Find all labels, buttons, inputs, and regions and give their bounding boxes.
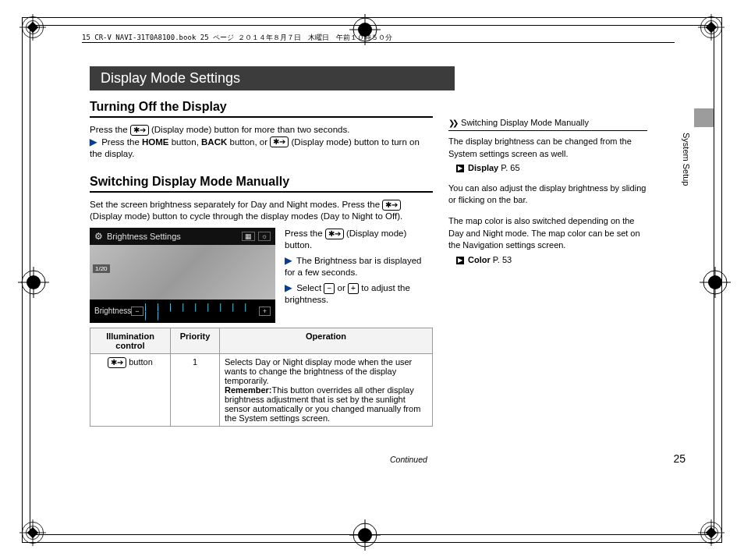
date-badge: 1/20 bbox=[93, 264, 110, 273]
link-page: P. 65 bbox=[501, 163, 519, 172]
chevron-icon: ❯❯ bbox=[448, 119, 456, 127]
link-icon: ▶ bbox=[456, 257, 464, 264]
brightness-bar: Brightness − | | | | | | | | | | | + bbox=[90, 299, 275, 323]
bullet-icon: ▶ bbox=[90, 137, 97, 147]
steps: Press the ✱➔ (Display mode) button. ▶ Th… bbox=[285, 228, 433, 307]
svg-rect-4 bbox=[27, 22, 38, 33]
sidebar-title: ❯❯ Switching Display Mode Manually bbox=[448, 117, 647, 131]
text: button, or bbox=[230, 137, 271, 147]
display-mode-icon: ✱➔ bbox=[108, 357, 126, 368]
text: Press the bbox=[90, 125, 130, 134]
display-mode-icon: ✱➔ bbox=[130, 125, 149, 136]
gear-icon: ⚙ bbox=[94, 231, 103, 242]
text: or bbox=[338, 283, 348, 292]
text: (Display mode) button to cycle through t… bbox=[90, 211, 402, 221]
step-b: ▶ The Brightness bar is displayed for a … bbox=[285, 255, 433, 279]
operation-table: Illumination control Priority Operation … bbox=[90, 328, 433, 427]
cell-control: ✱➔ button bbox=[90, 353, 171, 426]
section1-line2: ▶ Press the HOME button, BACK button, or… bbox=[90, 136, 433, 161]
map-preview: 1/20 bbox=[90, 245, 275, 299]
minus-button: − bbox=[131, 307, 143, 316]
sun-icon: ☼ bbox=[258, 232, 271, 241]
text: button, bbox=[172, 137, 201, 147]
step-c: ▶ Select − or + to adjust the brightness… bbox=[285, 282, 433, 307]
header-rule bbox=[82, 42, 675, 43]
back-label: BACK bbox=[201, 137, 227, 147]
text: (Display mode) button for more than two … bbox=[151, 125, 349, 134]
cell-operation: Selects Day or Night display mode when t… bbox=[220, 353, 433, 426]
text: Select bbox=[296, 283, 324, 292]
svg-rect-9 bbox=[706, 22, 717, 33]
link-label: Display bbox=[468, 163, 498, 172]
crop-mark-bottom-left bbox=[19, 519, 46, 546]
link-page: P. 53 bbox=[493, 255, 512, 264]
table-row: ✱➔ button 1 Selects Day or Night display… bbox=[90, 353, 433, 426]
crop-mark-mid-bottom bbox=[349, 519, 376, 546]
screenshot-header: ⚙ Brightness Settings ▦ ☼ bbox=[90, 228, 275, 245]
section-tab-label: System Setup bbox=[682, 133, 691, 186]
page-title-bar: Display Mode Settings bbox=[90, 66, 455, 90]
sidebar-link2: ▶ Color P. 53 bbox=[456, 254, 647, 266]
sidebar-title-text: Switching Display Mode Manually bbox=[461, 118, 589, 127]
sidebar-notes: ❯❯ Switching Display Mode Manually The d… bbox=[448, 117, 647, 266]
col-operation: Operation bbox=[220, 328, 433, 353]
crop-mark-top-left bbox=[19, 14, 46, 41]
display-mode-icon: ✱➔ bbox=[270, 136, 289, 147]
col-illumination: Illumination control bbox=[90, 328, 171, 353]
brightness-screenshot: ⚙ Brightness Settings ▦ ☼ 1/20 Brightnes… bbox=[90, 228, 275, 320]
display-mode-icon: ✱➔ bbox=[382, 200, 401, 211]
bullet-icon: ▶ bbox=[285, 283, 292, 292]
link-icon: ▶ bbox=[456, 165, 464, 172]
crop-mark-top-right bbox=[698, 14, 725, 41]
home-label: HOME bbox=[142, 137, 169, 147]
screenshot-and-steps: ⚙ Brightness Settings ▦ ☼ 1/20 Brightnes… bbox=[90, 228, 433, 320]
crop-mark-mid-right bbox=[700, 267, 726, 293]
brightness-label: Brightness bbox=[94, 307, 131, 315]
brightness-segments: | | | | | | | | | | | bbox=[143, 303, 259, 320]
crop-mark-mid-left bbox=[18, 267, 44, 293]
minus-icon: − bbox=[324, 283, 335, 294]
text: Press the bbox=[101, 137, 142, 147]
sidebar-p1: The display brightness can be changed fr… bbox=[448, 136, 647, 160]
sidebar-p2: You can also adjust the display brightne… bbox=[448, 183, 647, 207]
link-label: Color bbox=[468, 255, 491, 264]
remember-label: Remember: bbox=[225, 385, 272, 395]
cell-priority: 1 bbox=[171, 353, 220, 426]
main-content: Turning Off the Display Press the ✱➔ (Di… bbox=[90, 94, 433, 427]
section-tab-marker bbox=[694, 108, 714, 127]
sidebar-link1: ▶ Display P. 65 bbox=[456, 162, 647, 174]
text: The Brightness bar is displayed for a fe… bbox=[285, 256, 421, 278]
step-a: Press the ✱➔ (Display mode) button. bbox=[285, 228, 433, 252]
bullet-icon: ▶ bbox=[285, 256, 292, 265]
col-priority: Priority bbox=[171, 328, 220, 353]
text: button bbox=[126, 357, 153, 367]
display-mode-icon: ✱➔ bbox=[325, 229, 344, 239]
crop-mark-bottom-right bbox=[698, 519, 725, 546]
section2-intro: Set the screen brightness separately for… bbox=[90, 199, 433, 223]
sidebar-p3: The map color is also switched depending… bbox=[448, 215, 647, 251]
section-title-turning-off: Turning Off the Display bbox=[90, 100, 433, 118]
svg-rect-19 bbox=[706, 527, 717, 538]
svg-rect-14 bbox=[27, 527, 38, 538]
text: Selects Day or Night display mode when t… bbox=[225, 357, 412, 385]
map-icon: ▦ bbox=[242, 232, 255, 241]
section1-line1: Press the ✱➔ (Display mode) button for m… bbox=[90, 124, 433, 136]
continued-label: Continued bbox=[390, 455, 427, 464]
section-title-switching: Switching Display Mode Manually bbox=[90, 175, 433, 193]
text: Press the bbox=[285, 229, 325, 238]
plus-button: + bbox=[259, 307, 271, 316]
text: Set the screen brightness separately for… bbox=[90, 200, 382, 209]
plus-icon: + bbox=[348, 283, 359, 294]
page-number: 25 bbox=[673, 452, 686, 465]
screenshot-title: Brightness Settings bbox=[107, 232, 181, 241]
